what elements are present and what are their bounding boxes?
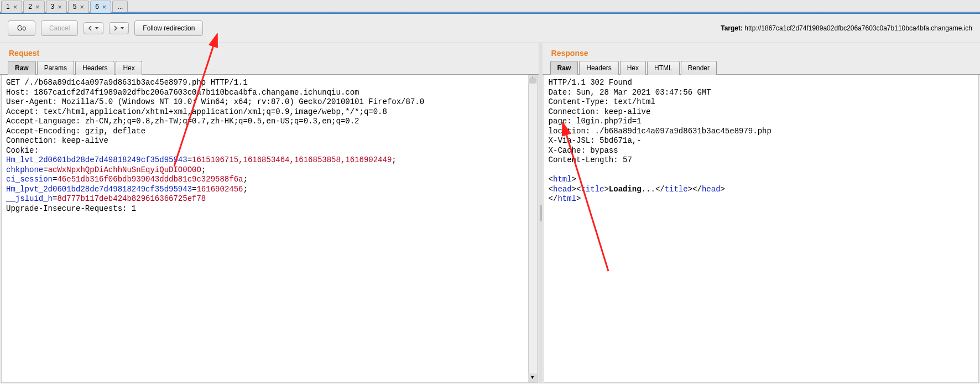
tab-label: ... <box>117 3 123 11</box>
request-panel: Request Raw Params Headers Hex GET /./b6… <box>0 43 539 383</box>
repeater-tab-more[interactable]: ... <box>112 1 128 12</box>
chevron-left-icon <box>87 25 93 31</box>
tab-label: 6 <box>95 3 99 11</box>
tab-headers[interactable]: Headers <box>579 61 618 75</box>
tab-label: 2 <box>28 3 32 11</box>
scrollbar[interactable]: ▴ ▾ <box>528 75 537 382</box>
tab-label: 5 <box>73 3 77 11</box>
scroll-thumb[interactable] <box>529 78 536 84</box>
toolbar: Go Cancel Follow redirection Target: htt… <box>0 14 980 43</box>
target-prefix: Target: <box>721 24 744 32</box>
go-button[interactable]: Go <box>8 20 35 36</box>
close-icon[interactable]: × <box>80 3 85 11</box>
tab-headers[interactable]: Headers <box>75 61 114 75</box>
request-raw-editor[interactable]: GET /./b68a89d1c4a097a9d8631b3ac45e8979.… <box>1 75 538 383</box>
main-split: Request Raw Params Headers Hex GET /./b6… <box>0 43 980 383</box>
close-icon[interactable]: × <box>35 3 40 11</box>
target-label: Target: http://1867ca1cf2d74f1989a02dfbc… <box>721 24 972 32</box>
repeater-tabs: 1 × 2 × 3 × 5 × 6 × ... <box>0 0 980 12</box>
chevron-down-icon <box>119 25 125 31</box>
tab-label: 1 <box>6 3 10 11</box>
close-icon[interactable]: × <box>13 3 18 11</box>
tab-raw[interactable]: Raw <box>550 61 578 75</box>
response-panel: Response Raw Headers Hex HTML Render HTT… <box>543 43 980 383</box>
close-icon[interactable]: × <box>58 3 62 11</box>
repeater-tab-5[interactable]: 5 × <box>68 1 89 13</box>
target-url: http://1867ca1cf2d74f1989a02dfbc206a7603… <box>744 24 972 32</box>
tab-hex[interactable]: Hex <box>116 61 142 75</box>
history-forward-button[interactable] <box>109 22 129 34</box>
close-icon[interactable]: × <box>102 3 107 11</box>
response-subtabs: Raw Headers Hex HTML Render <box>543 61 980 75</box>
tab-hex[interactable]: Hex <box>620 61 646 75</box>
cancel-button[interactable]: Cancel <box>41 20 78 36</box>
tab-label: 3 <box>51 3 55 11</box>
repeater-tab-1[interactable]: 1 × <box>1 1 22 13</box>
tab-render[interactable]: Render <box>681 61 717 75</box>
scroll-down-icon[interactable]: ▾ <box>528 373 537 382</box>
repeater-tab-2[interactable]: 2 × <box>23 1 44 13</box>
request-title: Request <box>0 43 539 61</box>
chevron-down-icon <box>94 25 100 31</box>
repeater-tab-6[interactable]: 6 × <box>90 1 111 13</box>
request-subtabs: Raw Params Headers Hex <box>0 61 539 75</box>
repeater-tab-3[interactable]: 3 × <box>46 1 67 13</box>
chevron-right-icon <box>113 25 118 31</box>
split-handle[interactable] <box>539 43 543 383</box>
tab-html[interactable]: HTML <box>647 61 680 75</box>
response-title: Response <box>543 43 980 61</box>
follow-redirection-button[interactable]: Follow redirection <box>134 20 203 36</box>
response-raw-viewer[interactable]: HTTP/1.1 302 FoundDate: Sun, 28 Mar 2021… <box>544 75 979 383</box>
tab-params[interactable]: Params <box>37 61 74 75</box>
history-back-button[interactable] <box>84 22 103 34</box>
tab-raw[interactable]: Raw <box>8 61 36 75</box>
